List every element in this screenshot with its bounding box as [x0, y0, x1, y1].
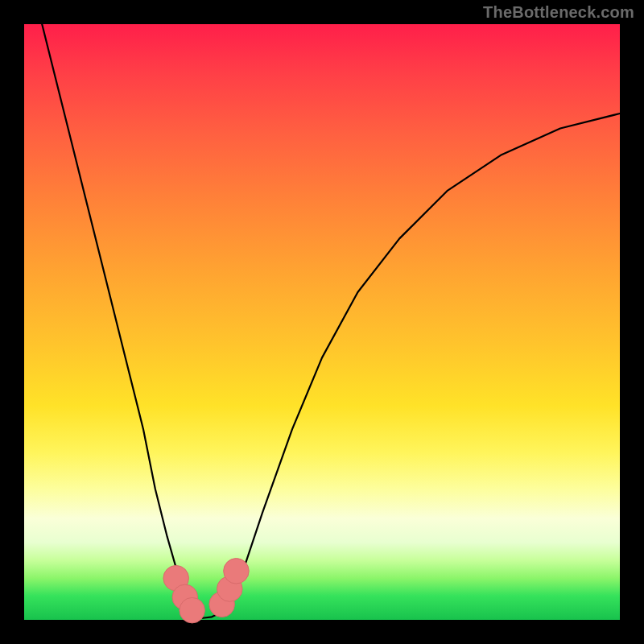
plot-area — [24, 24, 620, 620]
marker-group — [163, 559, 249, 623]
watermark-text: TheBottleneck.com — [483, 3, 634, 22]
curve-marker — [224, 559, 250, 584]
curve-layer — [24, 24, 620, 620]
curve-marker — [180, 597, 205, 623]
bottleneck-curve — [42, 24, 620, 618]
chart-stage: TheBottleneck.com — [0, 0, 644, 644]
